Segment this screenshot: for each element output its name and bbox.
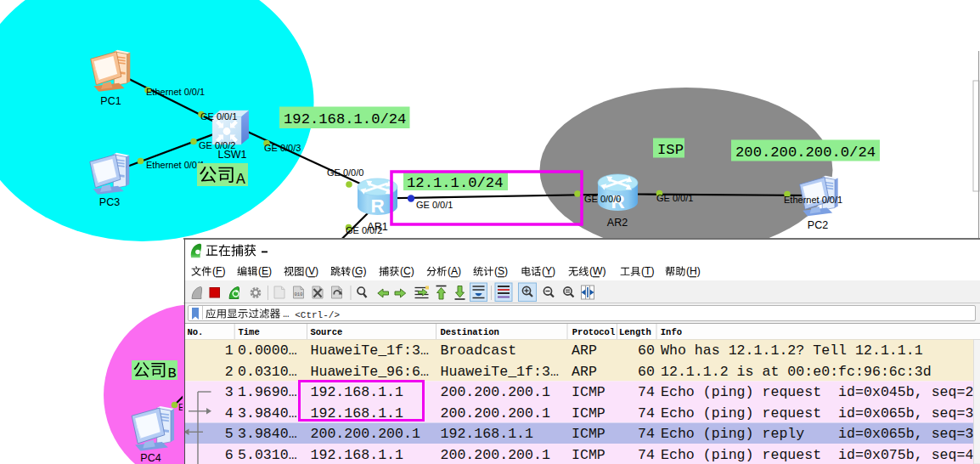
svg-text:010: 010 bbox=[295, 291, 303, 297]
